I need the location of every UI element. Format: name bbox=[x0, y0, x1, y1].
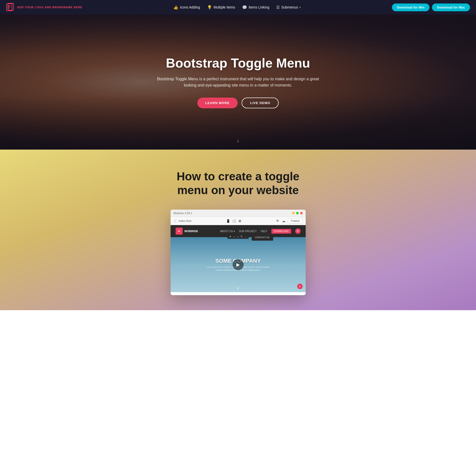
nav-item-submenus[interactable]: ☰ Submenus ▾ bbox=[276, 5, 301, 10]
hero-subtitle: Bootstrap Toggle Menu is a perfect instr… bbox=[156, 76, 321, 89]
hero-section: Bootstrap Toggle Menu Bootstrap Toggle M… bbox=[0, 15, 476, 150]
phone-icon[interactable]: 📱 bbox=[226, 219, 230, 223]
mockup-nav-link-help[interactable]: HELP bbox=[261, 230, 267, 233]
brand-text: ADD YOUR LOGO AND BRANDNAME HERE bbox=[17, 6, 82, 9]
mockup-nav-link-about[interactable]: ABOUT US ▾ bbox=[220, 230, 235, 233]
download-win-button[interactable]: Download for Win bbox=[392, 4, 429, 11]
cloud-icon[interactable]: ☁ bbox=[282, 219, 285, 223]
edit-icon-3[interactable]: + bbox=[237, 235, 239, 238]
edit-icon-2[interactable]: ↔ bbox=[233, 235, 236, 238]
video-play-button[interactable]: ▶ bbox=[233, 259, 244, 270]
live-demo-button[interactable]: LIVE DEMO bbox=[242, 98, 279, 108]
how-to-title: How to create a toggle menu on your webs… bbox=[163, 170, 313, 197]
mockup-logo-text: MOBIRISE bbox=[185, 230, 198, 233]
nav-label-submenus: Submenus bbox=[281, 5, 298, 9]
eye-icon[interactable]: 👁 bbox=[276, 219, 279, 223]
mockup-inner-content: M MOBIRISE ABOUT US ▾ OUR PROJECT HELP D… bbox=[171, 225, 306, 295]
mockup-toolbar-right: 👁 ☁ Publish bbox=[276, 218, 302, 223]
mockup-red-close-btn[interactable]: × bbox=[295, 228, 301, 234]
video-mockup: Mobirise 3.05.1 ☰ index.html 📱 ⬜ 🖥 👁 ☁ P… bbox=[171, 210, 306, 295]
mockup-dropdown-item[interactable]: CONTACT US bbox=[252, 235, 273, 240]
mockup-inner-logo: M MOBIRISE bbox=[176, 228, 198, 235]
mockup-logo-box: M bbox=[176, 228, 183, 235]
nav-item-items-linking[interactable]: 💬 Items Linking bbox=[242, 5, 269, 10]
edit-icon-1[interactable]: ✦ bbox=[229, 235, 231, 238]
nav-item-icons-adding[interactable]: 👍 Icons Adding bbox=[173, 5, 200, 10]
nav-label-multiple-items: Multiple Items bbox=[214, 5, 235, 9]
mockup-toolbar-left: ☰ index.html bbox=[174, 219, 191, 223]
thumbs-up-icon: 👍 bbox=[173, 5, 178, 10]
mockup-hero-area: SOME COMPANY Lorem ipsum dolor sit amet,… bbox=[171, 237, 306, 292]
navbar-buttons: Download for Win Download for Mac bbox=[392, 4, 470, 11]
mockup-scroll-arrow[interactable]: ▾ bbox=[237, 286, 239, 290]
brand-logo-icon bbox=[6, 3, 15, 12]
hero-buttons: LEARN MORE LIVE DEMO bbox=[156, 98, 321, 108]
edit-icon-4[interactable]: ✎ bbox=[240, 235, 243, 238]
minimize-dot[interactable] bbox=[292, 212, 295, 214]
list-icon: ☰ bbox=[276, 5, 280, 10]
navbar-nav: 👍 Icons Adding 💡 Multiple Items 💬 Items … bbox=[173, 5, 301, 10]
hamburger-icon[interactable]: ☰ bbox=[174, 219, 177, 223]
mockup-file-label: index.html bbox=[179, 219, 191, 222]
navbar: ADD YOUR LOGO AND BRANDNAME HERE 👍 Icons… bbox=[0, 0, 476, 15]
scroll-down-arrow[interactable]: ↓ bbox=[237, 137, 239, 144]
desktop-icon[interactable]: 🖥 bbox=[238, 219, 241, 223]
close-dot[interactable] bbox=[300, 212, 303, 214]
download-mac-button[interactable]: Download for Mac bbox=[432, 4, 470, 11]
mockup-title-text: Mobirise 3.05.1 bbox=[174, 212, 192, 215]
bulb-icon: 💡 bbox=[207, 5, 212, 10]
mockup-add-button[interactable]: + bbox=[297, 284, 303, 289]
chevron-down-icon: ▾ bbox=[299, 6, 301, 9]
mockup-nav-download-btn[interactable]: DOWNLOAD bbox=[271, 229, 291, 234]
device-icons: 📱 ⬜ 🖥 bbox=[226, 219, 241, 223]
mockup-edit-toolbar: ✦ ↔ + ✎ ⋮ bbox=[227, 234, 249, 239]
edit-icon-5[interactable]: ⋮ bbox=[244, 235, 247, 238]
mockup-inner-nav-links: ABOUT US ▾ OUR PROJECT HELP DOWNLOAD × bbox=[220, 228, 300, 234]
mockup-nav-link-project[interactable]: OUR PROJECT bbox=[239, 230, 257, 233]
mockup-app-toolbar: ☰ index.html 📱 ⬜ 🖥 👁 ☁ Publish bbox=[171, 217, 306, 225]
brand[interactable]: ADD YOUR LOGO AND BRANDNAME HERE bbox=[6, 3, 82, 12]
publish-button[interactable]: Publish bbox=[288, 218, 302, 223]
nav-label-items-linking: Items Linking bbox=[249, 5, 269, 9]
mockup-titlebar: Mobirise 3.05.1 bbox=[171, 210, 306, 217]
mockup-logo-letter: M bbox=[178, 230, 180, 232]
mockup-dropdown: CONTACT US bbox=[252, 234, 273, 241]
tablet-icon[interactable]: ⬜ bbox=[232, 219, 236, 223]
hero-title: Bootstrap Toggle Menu bbox=[156, 56, 321, 71]
nav-label-icons-adding: Icons Adding bbox=[180, 5, 200, 9]
mockup-window-controls bbox=[292, 212, 303, 214]
hero-content: Bootstrap Toggle Menu Bootstrap Toggle M… bbox=[151, 56, 326, 108]
chat-icon: 💬 bbox=[242, 5, 247, 10]
learn-more-button[interactable]: LEARN MORE bbox=[197, 98, 238, 108]
maximize-dot[interactable] bbox=[296, 212, 299, 214]
nav-item-multiple-items[interactable]: 💡 Multiple Items bbox=[207, 5, 235, 10]
how-to-section: How to create a toggle menu on your webs… bbox=[0, 150, 476, 310]
